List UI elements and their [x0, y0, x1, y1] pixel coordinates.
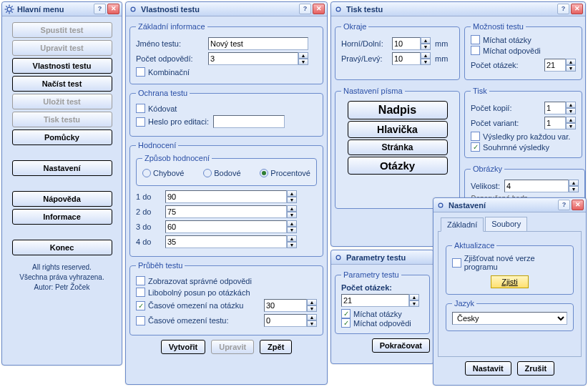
shuffle-a-checkbox[interactable]: Míchat odpovědi	[471, 46, 541, 55]
gear-icon	[4, 4, 14, 14]
exit-button[interactable]: Konec	[12, 240, 112, 255]
continue-button[interactable]: Pokračovat	[372, 338, 430, 353]
progress-group: Průběh testu Zobrazovat správné odpovědi…	[129, 261, 323, 335]
tab-basic[interactable]: Základní	[441, 217, 484, 232]
main-menu-window: Hlavní menu ? ✕ Spustit test Upravit tes…	[1, 1, 122, 366]
help-button[interactable]: Nápověda	[12, 191, 112, 207]
settings-tabs: Základní Soubory	[438, 217, 582, 232]
language-select[interactable]: Česky	[452, 312, 567, 325]
run-test-button: Spustit test	[12, 22, 112, 38]
params-window: Parametry testu Parametry testu Počet ot…	[330, 250, 434, 364]
print-group: Tisk Počet kopií:▲▼ Počet variant:▲▼ Výs…	[464, 87, 582, 158]
check-update-button[interactable]: Zjisti	[491, 275, 529, 288]
tools-button[interactable]: Pomůcky	[12, 129, 112, 145]
help-icon[interactable]: ?	[94, 4, 106, 14]
margin-lr-spinner[interactable]: ▲▼	[392, 52, 431, 65]
main-menu-titlebar[interactable]: Hlavní menu ? ✕	[2, 2, 122, 16]
cancel-button[interactable]: Zrušit	[517, 361, 555, 376]
param-shuffle-q-checkbox[interactable]: ✓Míchat otázky	[341, 309, 402, 318]
time-q-spinner[interactable]: ▲▼	[264, 299, 317, 312]
method-point-radio[interactable]: Bodové	[203, 169, 240, 177]
tab-files[interactable]: Soubory	[485, 217, 527, 231]
test-props-button[interactable]: Vlastnosti testu	[12, 58, 112, 74]
basic-info-group: Základní informace Jméno testu: Počet od…	[129, 22, 323, 84]
close-icon[interactable]: ✕	[313, 4, 325, 14]
protect-group: Ochrana testu Kódovat Heslo pro editaci:	[129, 89, 323, 137]
footer-text: All rights reserved. Všechna práva vyhra…	[6, 263, 118, 293]
svg-line-5	[6, 6, 7, 7]
test-props-title: Vlastnosti testu	[141, 5, 298, 14]
font-header-button[interactable]: Hlavička	[348, 121, 448, 138]
edit-button: Upravit	[211, 340, 254, 354]
encode-checkbox[interactable]: Kódovat	[136, 104, 177, 113]
settings-title: Nastavení	[449, 201, 557, 210]
param-shuffle-a-checkbox[interactable]: ✓Míchat odpovědi	[341, 318, 411, 328]
grade1-spinner[interactable]: ▲▼	[165, 190, 297, 203]
params-titlebar[interactable]: Parametry testu	[331, 250, 433, 265]
test-properties-window: Vlastnosti testu ? ✕ Základní informace …	[125, 1, 328, 385]
svg-line-8	[11, 6, 13, 7]
method-percent-radio[interactable]: Procentové	[260, 169, 310, 177]
info-button[interactable]: Informace	[12, 209, 112, 225]
param-count-spinner[interactable]: ▲▼	[341, 294, 419, 307]
lang-group: Jazyk Česky	[446, 299, 574, 331]
qcount-spinner[interactable]: ▲▼	[544, 59, 576, 72]
password-input[interactable]	[213, 115, 285, 128]
updates-group: Aktualizace Zjišťovat nové verze program…	[446, 241, 574, 295]
font-questions-button[interactable]: Otázky	[348, 157, 448, 175]
help-icon[interactable]: ?	[558, 200, 570, 210]
time-test-checkbox[interactable]: Časové omezení testu:	[136, 316, 229, 325]
show-correct-checkbox[interactable]: Zobrazovat správné odpovědi	[136, 276, 252, 285]
time-question-checkbox[interactable]: ✓Časové omezení na otázku	[136, 301, 243, 310]
grade3-spinner[interactable]: ▲▼	[165, 220, 297, 233]
grading-group: Hodnocení Způsob hodnocení Chybové Bodov…	[129, 141, 323, 257]
time-t-spinner[interactable]: ▲▼	[264, 314, 317, 327]
print-titlebar[interactable]: Tisk testu ? ✕	[331, 2, 585, 16]
print-title: Tisk testu	[346, 5, 556, 14]
help-icon[interactable]: ?	[557, 4, 569, 14]
shuffle-q-checkbox[interactable]: Míchat otázky	[471, 35, 531, 44]
svg-line-6	[11, 11, 13, 12]
answer-count-spinner[interactable]: ▲▼	[208, 52, 308, 65]
close-icon[interactable]: ✕	[571, 4, 583, 14]
test-props-titlebar[interactable]: Vlastnosti testu ? ✕	[126, 2, 327, 16]
options-group: Možnosti testu Míchat otázky Míchat odpo…	[464, 22, 582, 80]
font-heading-button[interactable]: Nadpis	[348, 101, 448, 119]
help-icon[interactable]: ?	[299, 4, 311, 14]
svg-point-11	[336, 255, 340, 260]
test-name-input[interactable]	[208, 37, 308, 50]
params-title: Parametry testu	[346, 253, 431, 262]
margin-tb-spinner[interactable]: ▲▼	[392, 37, 431, 50]
back-button[interactable]: Zpět	[260, 340, 292, 354]
svg-point-9	[131, 7, 135, 11]
random-shift-checkbox[interactable]: Libobolný posun po otázkách	[136, 288, 250, 297]
method-group: Způsob hodnocení Chybové Bodové Procento…	[136, 154, 317, 186]
svg-point-0	[7, 7, 11, 11]
svg-point-10	[336, 7, 340, 11]
size-spinner[interactable]: ▲▼	[504, 180, 579, 192]
password-checkbox[interactable]: Heslo pro editaci:	[136, 117, 209, 127]
font-page-button[interactable]: Stránka	[348, 139, 448, 155]
load-test-button[interactable]: Načíst test	[12, 76, 112, 92]
grade4-spinner[interactable]: ▲▼	[165, 235, 297, 248]
combinational-checkbox[interactable]: Kombinační	[136, 67, 190, 77]
close-icon[interactable]: ✕	[572, 200, 584, 210]
summary-results-checkbox[interactable]: ✓Souhrnné výsledky	[471, 142, 549, 152]
method-error-radio[interactable]: Chybové	[142, 169, 184, 177]
grade2-spinner[interactable]: ▲▼	[165, 205, 297, 218]
settings-button[interactable]: Nastavení	[12, 160, 112, 176]
close-icon[interactable]: ✕	[107, 4, 119, 14]
variants-spinner[interactable]: ▲▼	[544, 117, 576, 129]
gear-icon	[333, 253, 343, 263]
gear-icon	[333, 4, 343, 14]
svg-line-7	[6, 11, 7, 12]
each-results-checkbox[interactable]: Výsledky pro každou var.	[471, 132, 570, 141]
set-button[interactable]: Nastavit	[465, 361, 511, 376]
auto-update-checkbox[interactable]: Zjišťovat nové verze programu	[452, 254, 567, 271]
settings-titlebar[interactable]: Nastavení ? ✕	[433, 198, 586, 212]
params-group: Parametry testu Počet otázek: ▲▼ ✓Míchat…	[335, 270, 430, 334]
gear-icon	[436, 200, 446, 210]
margins-group: Okraje Horní/Dolní:▲▼mm Pravý/Levý:▲▼mm	[335, 22, 460, 80]
create-button[interactable]: Vytvořit	[161, 340, 206, 354]
copies-spinner[interactable]: ▲▼	[544, 102, 576, 114]
